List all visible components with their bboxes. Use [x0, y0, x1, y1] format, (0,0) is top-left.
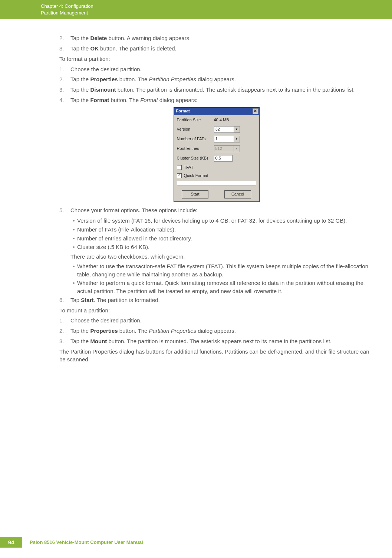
step-text: Tap the OK button. The partition is dele…	[70, 45, 373, 53]
cluster-input[interactable]: 0.5	[214, 155, 233, 162]
bullet-text: Cluster size (.5 KB to 64 KB).	[77, 243, 373, 251]
step-number: 2.	[59, 34, 70, 42]
page-header: Chapter 4: Configuration Partition Manag…	[0, 0, 392, 19]
numfats-dropdown[interactable]: 1 ▼	[214, 136, 240, 142]
dialog-titlebar: Format ✕	[174, 108, 259, 115]
bullet-dot: •	[70, 279, 77, 295]
step-text: Choose the desired partition.	[70, 65, 373, 73]
page-number: 94	[0, 537, 22, 548]
step-text: Tap the Properties button. The Partition…	[70, 75, 373, 83]
step-text: Tap the Properties button. The Partition…	[70, 327, 373, 335]
page-footer: 94 Psion 8516 Vehicle-Mount Computer Use…	[0, 537, 143, 548]
bullet-dot: •	[70, 226, 77, 234]
bullet-text: Number of entries allowed in the root di…	[77, 234, 373, 243]
cluster-label: Cluster Size (KB)	[177, 155, 214, 161]
dialog-figure: Format ✕ Partition Size 40.4 MB Version …	[59, 107, 373, 202]
bullet-dot: •	[70, 262, 77, 279]
step-1-mount: 1. Choose the desired partition.	[59, 316, 373, 325]
step-text: Choose your format options. These option…	[70, 206, 373, 214]
step-number: 6.	[59, 296, 70, 304]
step-number: 2.	[59, 327, 70, 335]
step-3-mount: 3. Tap the Mount button. The partition i…	[59, 337, 373, 345]
bullet: •Version of file system (FAT-16, for dev…	[59, 217, 373, 225]
partition-size-label: Partition Size	[177, 117, 214, 123]
version-value: 32	[214, 127, 234, 132]
cancel-button[interactable]: Cancel	[224, 190, 251, 198]
step-2-mount: 2. Tap the Properties button. The Partit…	[59, 327, 373, 335]
close-icon[interactable]: ✕	[253, 108, 258, 114]
paragraph: To format a partition:	[59, 55, 373, 63]
step-number: 2.	[59, 75, 70, 83]
bullet-dot: •	[70, 243, 77, 251]
step-6-format: 6. Tap Start. The partition is formatted…	[59, 296, 373, 304]
tfat-label: TFAT	[184, 165, 194, 171]
step-3: 3. Tap the OK button. The partition is d…	[59, 45, 373, 53]
step-text: Tap the Mount button. The partition is m…	[70, 337, 373, 345]
bullet: •Cluster size (.5 KB to 64 KB).	[59, 243, 373, 251]
manual-title: Psion 8516 Vehicle-Mount Computer User M…	[30, 539, 143, 545]
bullet: •Whether to perform a quick format. Quic…	[59, 279, 373, 295]
dialog-body: Partition Size 40.4 MB Version 32 ▼ Numb…	[174, 115, 259, 191]
step-number: 1.	[59, 65, 70, 73]
format-dialog: Format ✕ Partition Size 40.4 MB Version …	[174, 107, 260, 202]
start-button[interactable]: Start	[182, 190, 208, 198]
step-text: Tap the Format button. The Format dialog…	[70, 96, 373, 104]
step-number: 1.	[59, 316, 70, 325]
paragraph: To mount a partition:	[59, 306, 373, 315]
step-2-format: 2. Tap the Properties button. The Partit…	[59, 75, 373, 83]
step-5-format: 5. Choose your format options. These opt…	[59, 206, 373, 214]
step-number: 3.	[59, 45, 70, 53]
paragraph: There are also two checkboxes, which gov…	[70, 253, 373, 261]
step-number: 3.	[59, 86, 70, 94]
quickformat-label: Quick Format	[184, 173, 208, 179]
step-text: Tap the Delete button. A warning dialog …	[70, 34, 373, 42]
step-text: Tap the Dismount button. The partition i…	[70, 86, 373, 94]
numfats-label: Number of FATs	[177, 136, 214, 142]
step-1-format: 1. Choose the desired partition.	[59, 65, 373, 73]
quickformat-checkbox[interactable]: ✓	[177, 173, 182, 178]
chevron-down-icon[interactable]: ▼	[234, 127, 240, 132]
rootentries-label: Root Entries	[177, 146, 214, 152]
bullet-text: Whether to use the transaction-safe FAT …	[77, 262, 373, 279]
step-number: 5.	[59, 206, 70, 214]
numfats-value: 1	[214, 136, 234, 142]
step-number: 4.	[59, 96, 70, 104]
rootentries-dropdown: 512 ▼	[214, 145, 240, 152]
bullet-dot: •	[70, 217, 77, 225]
header-chapter: Chapter 4: Configuration	[41, 3, 392, 10]
step-3-format: 3. Tap the Dismount button. The partitio…	[59, 86, 373, 94]
bullet-text: Whether to perform a quick format. Quick…	[77, 279, 373, 295]
bullet: •Number of FATs (File-Allocation Tables)…	[59, 226, 373, 234]
chevron-down-icon[interactable]: ▼	[234, 136, 240, 142]
bullet-text: Version of file system (FAT-16, for devi…	[77, 217, 373, 225]
chevron-down-icon: ▼	[234, 146, 240, 152]
progress-bar	[177, 181, 256, 186]
version-dropdown[interactable]: 32 ▼	[214, 126, 240, 133]
paragraph: The Partition Properties dialog has butt…	[59, 348, 373, 364]
bullet-dot: •	[70, 234, 77, 243]
bullet: •Number of entries allowed in the root d…	[59, 234, 373, 243]
bullet-text: Number of FATs (File-Allocation Tables).	[77, 226, 373, 234]
page-content: 2. Tap the Delete button. A warning dial…	[0, 19, 392, 364]
header-section: Partition Management	[41, 10, 392, 16]
step-text: Tap Start. The partition is formatted.	[70, 296, 373, 304]
bullet: •Whether to use the transaction-safe FAT…	[59, 262, 373, 279]
step-4-format: 4. Tap the Format button. The Format dia…	[59, 96, 373, 104]
step-2: 2. Tap the Delete button. A warning dial…	[59, 34, 373, 42]
step-text: Choose the desired partition.	[70, 316, 373, 325]
tfat-checkbox[interactable]	[177, 165, 182, 170]
step-number: 3.	[59, 337, 70, 345]
dialog-title: Format	[176, 108, 190, 114]
version-label: Version	[177, 127, 214, 132]
rootentries-value: 512	[214, 146, 234, 152]
partition-size-value: 40.4 MB	[214, 117, 256, 123]
